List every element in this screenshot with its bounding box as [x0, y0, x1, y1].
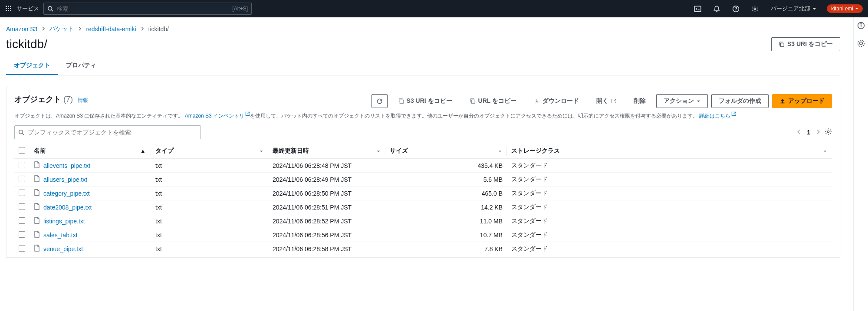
- row-checkbox[interactable]: [19, 217, 25, 224]
- actions-menu-button[interactable]: アクション: [656, 94, 708, 108]
- open-button[interactable]: 開く: [589, 94, 623, 108]
- breadcrumb: Amazon S3 バケット redshift-data-emiki ticki…: [6, 25, 840, 33]
- object-type: txt: [151, 187, 268, 200]
- panel-description: オブジェクトは、Amazon S3 に保存された基本的なエンティティです。 Am…: [14, 111, 832, 120]
- panel-title: オブジェクト (7) 情報: [14, 94, 88, 105]
- table-row: venue_pipe.txttxt2024/11/06 06:28:58 PM …: [14, 242, 832, 256]
- row-checkbox[interactable]: [19, 176, 25, 182]
- info-rail-icon[interactable]: [857, 22, 865, 31]
- object-last-modified: 2024/11/06 06:28:50 PM JST: [268, 187, 385, 200]
- svg-point-24: [827, 131, 829, 133]
- table-row: date2008_pipe.txttxt2024/11/06 06:28:51 …: [14, 200, 832, 214]
- object-name-link[interactable]: category_pipe.txt: [43, 190, 90, 197]
- user-menu[interactable]: kitani.emi: [827, 4, 863, 13]
- svg-rect-21: [471, 100, 475, 103]
- object-name-link[interactable]: listings_pipe.txt: [43, 218, 85, 225]
- svg-point-16: [861, 23, 861, 24]
- inventory-link[interactable]: Amazon S3 インベントリ: [185, 113, 250, 119]
- refresh-button[interactable]: [372, 94, 388, 108]
- page-next[interactable]: [816, 129, 820, 136]
- object-size: 5.6 MB: [385, 173, 507, 187]
- search-icon: [18, 129, 24, 135]
- copy-s3-uri-toolbar-button[interactable]: S3 URI をコピー: [391, 94, 459, 108]
- col-size[interactable]: サイズ: [385, 144, 507, 159]
- svg-rect-0: [6, 6, 7, 7]
- object-name-link[interactable]: allusers_pipe.txt: [43, 176, 87, 183]
- help-icon[interactable]: [728, 0, 743, 17]
- info-link[interactable]: 情報: [78, 97, 88, 103]
- object-storage-class: スタンダード: [507, 173, 832, 187]
- caret-down-icon: [855, 7, 858, 10]
- breadcrumb-buckets[interactable]: バケット: [49, 25, 74, 33]
- object-name-link[interactable]: date2008_pipe.txt: [43, 204, 92, 211]
- col-name[interactable]: 名前▲: [30, 144, 151, 159]
- breadcrumb-root[interactable]: Amazon S3: [6, 26, 37, 33]
- file-icon: [34, 189, 40, 197]
- svg-rect-8: [10, 10, 11, 11]
- global-search-input[interactable]: [57, 6, 232, 12]
- object-type: txt: [151, 173, 268, 187]
- sort-icon: [377, 147, 380, 154]
- sort-icon: [498, 147, 502, 154]
- upload-button[interactable]: アップロード: [772, 94, 832, 108]
- object-type: txt: [151, 159, 268, 173]
- object-last-modified: 2024/11/06 06:28:56 PM JST: [268, 228, 385, 242]
- row-checkbox[interactable]: [19, 203, 25, 210]
- page-prev[interactable]: [797, 129, 801, 136]
- external-link-icon: [245, 111, 250, 119]
- page-title: tickitdb/: [6, 37, 47, 51]
- breadcrumb-bucket-name[interactable]: redshift-data-emiki: [86, 26, 136, 33]
- tab-properties[interactable]: プロパティ: [58, 57, 104, 75]
- object-storage-class: スタンダード: [507, 187, 832, 200]
- notifications-icon[interactable]: [709, 0, 724, 17]
- select-all-checkbox[interactable]: [19, 147, 25, 154]
- sort-asc-icon: ▲: [140, 147, 146, 154]
- object-name-link[interactable]: sales_tab.txt: [43, 232, 78, 239]
- svg-rect-11: [694, 6, 701, 12]
- prefix-search-input[interactable]: [28, 129, 197, 136]
- object-last-modified: 2024/11/06 06:28:51 PM JST: [268, 200, 385, 214]
- prefix-search[interactable]: [14, 125, 201, 139]
- svg-rect-6: [6, 10, 7, 11]
- object-name-link[interactable]: venue_pipe.txt: [43, 246, 83, 252]
- object-last-modified: 2024/11/06 06:28:58 PM JST: [268, 242, 385, 256]
- object-name-link[interactable]: allevents_pipe.txt: [43, 162, 90, 169]
- cloudshell-icon[interactable]: [690, 0, 705, 17]
- settings-icon[interactable]: [747, 0, 762, 17]
- chevron-right-icon: [78, 26, 82, 33]
- learn-more-link[interactable]: 詳細はこちら: [699, 113, 736, 119]
- copy-s3-uri-button[interactable]: S3 URI をコピー: [771, 37, 840, 51]
- search-shortcut-hint: [Alt+S]: [232, 6, 248, 12]
- create-folder-button[interactable]: フォルダの作成: [711, 94, 769, 108]
- region-selector[interactable]: バージニア北部: [766, 5, 821, 13]
- chevron-right-icon: [42, 26, 45, 33]
- tab-objects[interactable]: オブジェクト: [6, 57, 58, 75]
- delete-button[interactable]: 削除: [627, 94, 653, 108]
- services-label[interactable]: サービス: [16, 5, 39, 13]
- col-storage-class[interactable]: ストレージクラス: [507, 144, 832, 159]
- col-type[interactable]: タイプ: [151, 144, 268, 159]
- chevron-right-icon: [141, 26, 144, 33]
- diagnostics-rail-icon[interactable]: [857, 39, 865, 49]
- services-grid-icon[interactable]: [5, 5, 12, 12]
- object-storage-class: スタンダード: [507, 159, 832, 173]
- row-checkbox[interactable]: [19, 190, 25, 196]
- table-settings-button[interactable]: [825, 128, 832, 137]
- col-last-modified[interactable]: 最終更新日時: [268, 144, 385, 159]
- copy-url-button[interactable]: URL をコピー: [463, 94, 523, 108]
- object-size: 11.0 MB: [385, 214, 507, 228]
- region-name: バージニア北部: [771, 5, 810, 13]
- object-size: 465.0 B: [385, 187, 507, 200]
- filter-row: 1: [14, 125, 832, 139]
- row-checkbox[interactable]: [19, 231, 25, 238]
- row-checkbox[interactable]: [19, 162, 25, 168]
- global-search[interactable]: [Alt+S]: [43, 3, 252, 15]
- svg-line-10: [52, 10, 53, 12]
- download-button[interactable]: ダウンロード: [527, 94, 586, 108]
- table-row: category_pipe.txttxt2024/11/06 06:28:50 …: [14, 187, 832, 200]
- external-link-icon: [611, 98, 616, 104]
- sort-icon: [823, 147, 827, 154]
- row-checkbox[interactable]: [19, 245, 25, 252]
- object-storage-class: スタンダード: [507, 214, 832, 228]
- table-row: allevents_pipe.txttxt2024/11/06 06:28:48…: [14, 159, 832, 173]
